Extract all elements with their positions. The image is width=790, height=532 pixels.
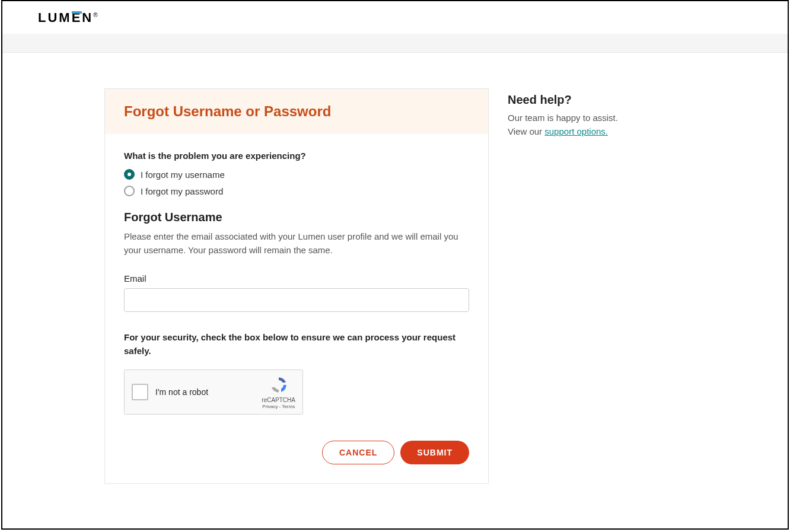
radio-icon — [124, 186, 135, 196]
forgot-card: Forgot Username or Password What is the … — [104, 88, 489, 484]
recaptcha-branding: reCAPTCHA Privacy - Terms — [262, 375, 295, 409]
card-header: Forgot Username or Password — [105, 89, 488, 134]
email-input[interactable] — [124, 288, 469, 312]
card-title: Forgot Username or Password — [124, 103, 469, 120]
recaptcha-links[interactable]: Privacy - Terms — [262, 404, 295, 409]
recaptcha-brand-text: reCAPTCHA — [262, 397, 295, 403]
security-text: For your security, check the box below t… — [124, 331, 469, 358]
support-options-link[interactable]: support options. — [544, 126, 608, 136]
radio-icon — [124, 169, 135, 180]
help-text: Our team is happy to assist. View our su… — [508, 112, 686, 138]
subheader-bar — [2, 34, 788, 53]
section-description: Please enter the email associated with y… — [124, 230, 469, 257]
problem-question: What is the problem you are experiencing… — [124, 151, 469, 161]
section-heading: Forgot Username — [124, 211, 469, 224]
radio-label: I forgot my username — [141, 170, 225, 180]
header: LUMEN® — [2, 1, 788, 34]
radio-label: I forgot my password — [141, 186, 223, 196]
help-sidebar: Need help? Our team is happy to assist. … — [508, 88, 686, 484]
radio-forgot-password[interactable]: I forgot my password — [124, 186, 469, 196]
recaptcha-icon — [269, 375, 288, 394]
recaptcha-checkbox[interactable] — [132, 384, 148, 400]
logo[interactable]: LUMEN® — [38, 10, 98, 26]
submit-button[interactable]: SUBMIT — [400, 441, 469, 464]
cancel-button[interactable]: CANCEL — [322, 441, 394, 464]
recaptcha-label: I'm not a robot — [155, 387, 208, 397]
help-title: Need help? — [508, 93, 686, 107]
recaptcha-widget: I'm not a robot reCAPTCHA Privacy - Term… — [124, 369, 303, 415]
radio-forgot-username[interactable]: I forgot my username — [124, 169, 469, 180]
email-label: Email — [124, 273, 469, 283]
